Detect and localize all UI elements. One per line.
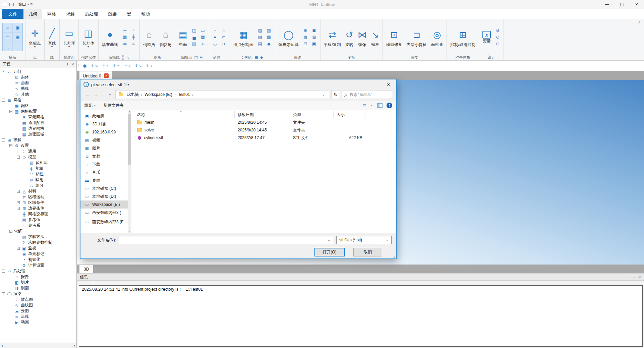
tree-expander[interactable]: − [2,138,5,141]
tree-item[interactable]: −◨剖面 [0,285,76,291]
menu-item[interactable]: 几何 [23,9,42,19]
small-tool-button[interactable]: ▦ [199,34,207,41]
tree-expander[interactable]: − [17,156,20,159]
filename-combo[interactable]: ⌄ [119,236,333,244]
ribbon-button[interactable]: ╱直线▾ [47,26,57,48]
small-tool-button[interactable]: ≋ [199,41,207,47]
isometric-view-icon[interactable]: ◆ [83,63,87,69]
small-tool-button[interactable]: ▦ [255,55,258,60]
ribbon-button[interactable]: ✛坐标点▾ [28,26,42,48]
tree-expander[interactable]: − [2,70,5,73]
address-bar[interactable]: 此电脑›Workspace (E:)›Test01› ⌄ [115,90,329,99]
tree-item[interactable]: −Σ求解参数控制 [0,240,76,245]
tree-item[interactable]: −⚙计算设置 [0,263,76,268]
tree-item[interactable]: −⊡实体 [0,74,76,80]
breadcrumb-item[interactable]: 此电脑 [124,92,141,98]
tree-item[interactable]: −▤参考值 [0,217,76,223]
place-item[interactable]: ▣此电脑 [80,112,131,120]
snap-toggle-button[interactable]: ◟ [3,42,12,51]
menu-item[interactable]: 后处理 [80,9,103,19]
place-item[interactable]: ◆3D 对象 [80,120,131,128]
place-item[interactable]: ≣文档 [80,152,131,160]
menu-item[interactable]: 渲染 [103,9,122,19]
new-window-icon[interactable] [3,3,7,6]
ribbon-button[interactable]: ↺旋转 [344,27,354,47]
tree-expander[interactable]: + [17,190,20,193]
tree-item[interactable]: −◯渲染 [0,291,76,297]
tree-item[interactable]: −◇模型 [0,154,76,160]
tree-item[interactable]: −╫网格交界面 [0,211,76,217]
maximize-button[interactable]: ▢ [614,0,629,9]
navigation-scrollbar[interactable]: ∧ ∨ [128,110,131,233]
place-item[interactable]: ▭本地磁盘 (D:) [80,192,131,200]
tree-item[interactable]: −∷通用 [0,149,76,154]
small-tool-button[interactable]: ≋ [200,55,203,60]
axis-view-button[interactable]: ✛-Z [146,64,152,68]
up-button[interactable]: ↑ [107,92,113,98]
tree-item[interactable]: −∟参考系 [0,223,76,228]
small-tool-button[interactable]: ◡ [212,41,219,47]
ribbon-button[interactable]: ⊞抑制/取消抑制 [449,27,476,47]
tree-item[interactable]: −≡报告 [0,274,76,280]
small-tool-button[interactable]: ┿ [130,34,137,41]
tree-item[interactable]: −∵散点图 [0,297,76,302]
place-item[interactable]: ▦图片 [80,144,131,152]
ribbon-button[interactable]: ●填充曲线 [101,27,119,47]
ribbon-button[interactable]: ◫长方体▾ [81,26,95,48]
tree-item[interactable]: −◔初始化 [0,257,76,263]
tree-item[interactable]: −▧多相流 [0,160,76,166]
tree-item[interactable]: −◉单元标记 [0,251,76,257]
tree-item[interactable]: −◧切片 [0,280,76,285]
small-tool-button[interactable]: B [494,27,501,34]
small-tool-button[interactable]: ⊕ [302,27,309,34]
tree-item[interactable]: −▨求解方法 [0,234,76,240]
snap-toggle-button[interactable]: ⌗ [3,23,12,32]
column-header[interactable]: 修改日期 [235,111,290,118]
snap-toggle-button[interactable]: ▣ [13,33,22,42]
place-item[interactable]: ▭Workspace (E:) [80,200,131,209]
menu-item[interactable]: 帮助 [136,9,155,19]
tree-item[interactable]: −◇其他 [0,92,76,97]
place-item[interactable]: ◉192.168.0.99 [80,128,131,136]
file-row[interactable]: cylinder.stl2025/7/8 17:47STL 文件622 KB [134,134,396,141]
menu-item[interactable]: 求解 [61,9,80,19]
menu-item[interactable]: 文件 [2,9,23,19]
view-mode-caret-icon[interactable]: ▾ [370,104,372,107]
tree-item[interactable]: −∴组分 [0,183,76,188]
tree-horizontal-scrollbar[interactable]: ◂ ▸ [0,343,76,348]
help-icon[interactable]: ? [387,103,392,108]
tree-expander[interactable]: + [17,201,20,204]
search-box[interactable] [342,90,393,99]
window-menu[interactable]: 窗口 [18,2,26,7]
resize-grip[interactable]: ◢ [393,255,395,258]
small-tool-button[interactable]: ▥ [191,41,198,47]
search-input[interactable] [349,92,390,97]
ribbon-button[interactable]: ↘缩放 [370,27,380,47]
info-collapse-icon[interactable]: ⌄ [627,275,630,279]
small-tool-button[interactable]: ≈ [130,27,137,34]
tree-item[interactable]: −⇄区域运动 [0,194,76,200]
dialog-title-bar[interactable]: τ please select stl file ✕ [80,79,396,90]
place-item[interactable]: ▭本地磁盘 (C:) [80,184,131,192]
filetype-filter[interactable]: stl files (*.stl) ⌄ [336,236,392,244]
small-tool-button[interactable]: ▦ [121,34,128,41]
axis-view-button[interactable]: ✛-X [102,64,108,68]
tree-item[interactable]: −▦加密区域 [0,131,76,137]
panel-pin-icon[interactable]: ↧ [66,62,69,66]
tree-item[interactable]: −☁云图 [0,308,76,314]
ribbon-button[interactable]: ⋈镜像 [357,27,368,47]
view-mode-icon[interactable]: ≣ [363,103,366,108]
ribbon-button[interactable]: ⇄平移/复制 [323,27,342,47]
tree-expander[interactable]: − [2,270,5,273]
file-row[interactable]: mesh2025/8/20 14:45文件夹 [134,119,396,126]
tree-expander[interactable]: − [2,99,5,102]
small-tool-button[interactable]: ≋ [130,41,137,47]
small-tool-button[interactable]: ⊃ [222,55,225,60]
info-pin-icon[interactable]: ↧ [633,275,635,279]
save-icon[interactable] [9,3,14,6]
snap-toggle-button[interactable]: ▫ [13,42,22,51]
close-button[interactable]: ✕ [629,0,644,9]
open-button[interactable]: 打开(O) [314,248,345,256]
small-tool-button[interactable]: ╪ [121,41,128,47]
file-row[interactable]: solve2025/8/20 14:45文件夹 [134,126,396,134]
